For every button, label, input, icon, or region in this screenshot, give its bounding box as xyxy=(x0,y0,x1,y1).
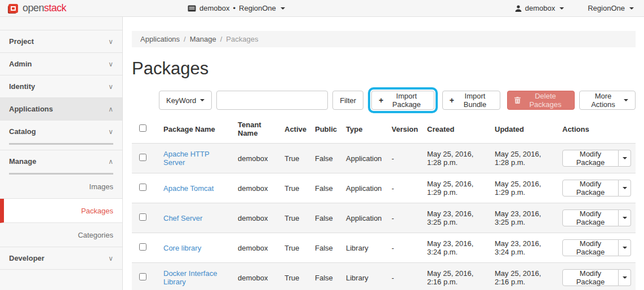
chevron-down-icon: ∨ xyxy=(108,75,113,98)
package-link[interactable]: Apache Tomcat xyxy=(163,184,214,193)
table-row: Apache Tomcat demobox True False Applica… xyxy=(132,173,636,203)
cell-type: Application xyxy=(341,173,387,203)
keyword-dropdown[interactable]: KeyWord xyxy=(159,91,212,110)
user-icon xyxy=(515,5,522,12)
modify-package-button[interactable]: Modify Package xyxy=(562,150,619,167)
row-actions-dropdown[interactable] xyxy=(619,209,631,226)
row-checkbox[interactable] xyxy=(139,213,146,221)
cell-version: - xyxy=(387,233,423,263)
sidebar-item-categories[interactable]: Categories xyxy=(0,223,122,247)
sidebar-gap xyxy=(0,145,122,150)
sidebar-item-label: Applications xyxy=(9,98,53,121)
cell-created: May 25, 2016, 2:16 p.m. xyxy=(423,263,490,290)
column-actions: Actions xyxy=(558,115,636,144)
cell-tenant: demobox xyxy=(233,263,280,290)
table-row: Docker Interface Library demobox True Fa… xyxy=(132,263,636,290)
filter-button[interactable]: Filter xyxy=(332,91,363,110)
cell-created: May 25, 2016, 1:29 p.m. xyxy=(423,173,490,203)
sidebar-item-label: Manage xyxy=(9,150,36,173)
row-actions-dropdown[interactable] xyxy=(619,180,631,197)
cell-active: True xyxy=(280,263,310,290)
import-bundle-button[interactable]: + Import Bundle xyxy=(442,91,500,110)
package-link[interactable]: Core library xyxy=(163,244,201,252)
cell-created: May 23, 2016, 3:24 p.m. xyxy=(423,233,490,263)
sidebar-item-project[interactable]: Project ∨ xyxy=(0,30,122,53)
column-type: Type xyxy=(341,115,387,144)
breadcrumb-applications[interactable]: Applications xyxy=(140,35,180,43)
package-link[interactable]: Chef Server xyxy=(163,214,202,222)
project-switcher-icon xyxy=(188,5,196,12)
caret-down-icon xyxy=(629,7,634,10)
cell-public: False xyxy=(310,263,341,290)
cell-public: False xyxy=(310,233,341,263)
row-checkbox[interactable] xyxy=(139,243,146,251)
modify-package-button[interactable]: Modify Package xyxy=(562,180,619,197)
cell-updated: May 25, 2016, 1:29 p.m. xyxy=(490,173,558,203)
top-header: openstack demobox • RegionOne demobox Re… xyxy=(0,0,644,17)
package-link[interactable]: Docker Interface Library xyxy=(163,269,217,286)
row-actions-dropdown[interactable] xyxy=(619,269,631,286)
project-region-switcher[interactable]: demobox • RegionOne xyxy=(188,4,285,12)
cell-version: - xyxy=(387,173,423,203)
sidebar-item-admin[interactable]: Admin ∨ xyxy=(0,53,122,75)
openstack-logo[interactable]: openstack xyxy=(0,2,123,14)
chevron-down-icon: ∨ xyxy=(108,247,113,270)
sidebar-item-identity[interactable]: Identity ∨ xyxy=(0,75,122,98)
import-package-button[interactable]: + Import Package xyxy=(371,91,434,110)
cell-active: True xyxy=(280,233,310,263)
import-bundle-label: Import Bundle xyxy=(457,92,493,109)
cell-public: False xyxy=(310,173,341,203)
openstack-logo-text: openstack xyxy=(23,2,66,14)
sidebar-item-label: Catalog xyxy=(9,121,36,143)
breadcrumb: Applications / Manage / Packages xyxy=(132,31,636,47)
region-menu[interactable]: RegionOne xyxy=(588,4,634,12)
plus-icon: + xyxy=(379,96,383,105)
more-actions-dropdown[interactable]: More Actions xyxy=(579,91,636,110)
caret-down-icon xyxy=(623,187,627,189)
page-title: Packages xyxy=(132,59,636,79)
cell-created: May 23, 2016, 3:25 p.m. xyxy=(423,203,490,233)
column-active: Active xyxy=(280,115,310,144)
search-input[interactable] xyxy=(216,91,328,110)
sidebar-item-catalog[interactable]: Catalog ∨ xyxy=(0,121,122,143)
column-created: Created xyxy=(423,115,490,144)
row-actions-dropdown[interactable] xyxy=(619,150,631,167)
cell-version: - xyxy=(387,203,423,233)
breadcrumb-manage[interactable]: Manage xyxy=(190,35,216,43)
cell-active: True xyxy=(280,203,310,233)
modify-package-button[interactable]: Modify Package xyxy=(562,239,619,256)
row-checkbox[interactable] xyxy=(139,154,146,161)
row-checkbox[interactable] xyxy=(139,273,146,280)
region-menu-label: RegionOne xyxy=(588,4,625,12)
cell-updated: May 25, 2016, 1:28 p.m. xyxy=(490,144,558,173)
cell-created: May 25, 2016, 1:28 p.m. xyxy=(423,144,490,173)
select-all-checkbox[interactable] xyxy=(139,124,146,132)
sidebar-item-packages[interactable]: Packages xyxy=(0,199,122,223)
sidebar-item-manage[interactable]: Manage ∧ xyxy=(0,150,122,173)
packages-table: Package Name Tenant Name Active Public T… xyxy=(132,115,636,290)
delete-packages-button[interactable]: Delete Packages xyxy=(507,91,575,110)
package-link[interactable]: Apache HTTP Server xyxy=(163,150,209,167)
modify-package-button[interactable]: Modify Package xyxy=(562,269,619,286)
cell-type: Library xyxy=(341,263,387,290)
table-row: Apache HTTP Server demobox True False Ap… xyxy=(132,144,636,173)
sidebar-item-applications[interactable]: Applications ∧ xyxy=(0,98,122,121)
row-checkbox[interactable] xyxy=(139,184,146,191)
table-toolbar: KeyWord Filter + Import Package + Import… xyxy=(159,91,636,110)
user-menu[interactable]: demobox xyxy=(515,4,564,12)
sidebar-item-images[interactable]: Images xyxy=(0,175,122,199)
sidebar-item-label: Developer xyxy=(9,247,45,270)
table-header-row: Package Name Tenant Name Active Public T… xyxy=(132,115,636,144)
row-actions-dropdown[interactable] xyxy=(619,239,631,256)
user-menu-label: demobox xyxy=(525,4,555,12)
keyword-label: KeyWord xyxy=(166,96,196,105)
cell-updated: May 23, 2016, 3:25 p.m. xyxy=(490,203,558,233)
sidebar-item-developer[interactable]: Developer ∨ xyxy=(0,247,122,270)
sidebar-top-strip xyxy=(0,17,122,30)
cell-tenant: demobox xyxy=(233,203,280,233)
cell-public: False xyxy=(310,144,341,173)
modify-package-button[interactable]: Modify Package xyxy=(562,209,619,226)
top-right-menus: demobox RegionOne xyxy=(515,4,644,12)
bullet-icon: • xyxy=(233,4,236,12)
delete-packages-label: Delete Packages xyxy=(523,92,567,109)
